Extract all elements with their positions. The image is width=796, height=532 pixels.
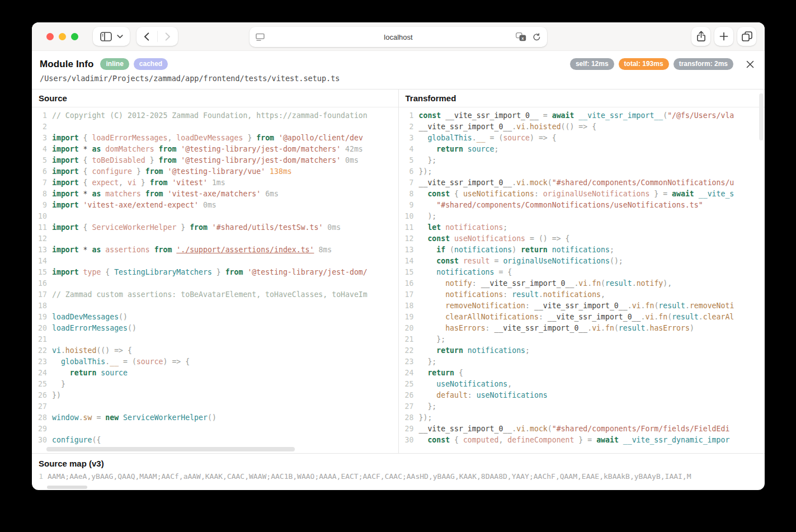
code-token: fn (592, 279, 601, 288)
code-line: 21 }; (399, 334, 765, 345)
code-line: 4import * as domMatchers from '@testing-… (32, 144, 398, 155)
code-token: ServiceWorkerHelper (119, 413, 208, 422)
code-line: 30 const { computed, defineComponent } =… (399, 435, 765, 446)
code-line: 2__vite_ssr_import_0__.vi.hoisted(() => … (399, 121, 765, 133)
transformed-vertical-scrollbar[interactable] (759, 93, 764, 140)
code-text: const __vite_ssr_import_0__ = await __vi… (419, 110, 734, 121)
code-text: clearAllNotifications: __vite_ssr_import… (419, 312, 734, 323)
back-button[interactable] (136, 27, 157, 46)
code-text: const result = originalUseNotifications(… (419, 256, 623, 267)
reload-button[interactable] (533, 33, 541, 41)
share-button[interactable] (691, 27, 710, 46)
address-bar[interactable]: localhost x (249, 27, 547, 47)
code-token: useNotifications (463, 190, 534, 198)
code-token: hoisted (65, 346, 97, 355)
code-line: 22 return notifications; (399, 345, 765, 356)
window-close-button[interactable] (46, 33, 54, 40)
window-zoom-button[interactable] (71, 33, 78, 40)
line-number: 22 (399, 345, 419, 356)
code-token: }; (419, 335, 446, 343)
code-token: . (525, 425, 530, 433)
line-number: 3 (32, 133, 52, 144)
sidebar-toggle-button[interactable] (93, 27, 130, 46)
line-number: 13 (399, 244, 419, 256)
code-token: __vite_ssr_import_0__ (419, 178, 512, 187)
code-token: }); (419, 413, 432, 422)
code-token: . (525, 123, 530, 131)
code-text: }); (419, 412, 432, 423)
code-line: 28}); (399, 412, 765, 423)
code-token: clearAllNotifications (419, 313, 539, 321)
code-line: 27 (32, 401, 398, 412)
module-file-path: /Users/vladimir/Projects/zammad/app/fron… (40, 74, 756, 83)
line-number: 30 (32, 435, 52, 446)
code-text: import type { TestingLibraryMatchers } f… (52, 267, 368, 278)
code-text: if (notifications) return notifications; (419, 244, 614, 256)
code-token: , (498, 436, 507, 444)
line-number: 10 (399, 211, 419, 222)
line-number: 23 (32, 356, 52, 368)
code-token: import (52, 268, 79, 276)
code-token: import (52, 145, 79, 153)
code-token: ( (614, 324, 619, 332)
code-token: useNotifications (477, 391, 548, 399)
code-token: (() => { (96, 346, 132, 355)
line-number: 20 (32, 323, 52, 334)
code-token: import (52, 156, 79, 164)
code-token: vi (632, 302, 641, 310)
code-text: }) (52, 390, 61, 401)
close-button[interactable] (745, 59, 756, 70)
code-token: from (145, 167, 163, 176)
code-token: 0ms (199, 201, 216, 209)
url-text: localhost (249, 33, 547, 41)
code-token: hasErrors (649, 324, 689, 332)
code-token: }; (419, 357, 437, 366)
code-token: __vite_ssr_import_0__ (419, 425, 512, 433)
code-text: globalThis.__ = (source) => { (419, 133, 557, 144)
code-text: }; (419, 356, 437, 368)
code-token: sw (83, 413, 92, 422)
code-token: { (79, 134, 92, 142)
module-link[interactable]: './support/assertions/index.ts' (176, 246, 314, 254)
code-line: 12 const useNotifications = () => { (399, 233, 765, 244)
code-line: 7__vite_ssr_import_0__.vi.mock("#shared/… (399, 177, 765, 189)
code-token: const (419, 111, 441, 120)
code-token: ; (503, 223, 507, 232)
code-token: '#shared/utils/testSw.ts' (208, 223, 323, 232)
translate-button[interactable]: x (516, 32, 526, 41)
code-line: 30configure({ (32, 435, 398, 446)
forward-button[interactable] (158, 27, 178, 46)
code-token: "#shared/components/CommonNotifications/… (552, 178, 734, 187)
code-token: . (632, 279, 637, 288)
code-token: window (52, 413, 79, 422)
code-text: }; (419, 155, 437, 166)
code-token: . (512, 123, 516, 131)
code-token: '@testing-library/vue' (163, 167, 266, 176)
sidebar-icon (100, 32, 112, 41)
code-token: ; (525, 346, 530, 355)
code-token: __vite_ssr_import_0__ (481, 279, 574, 288)
code-text: import 'vitest-axe/extend-expect' 0ms (52, 200, 216, 211)
line-number: 15 (399, 267, 419, 278)
sourcemap-horizontal-scrollbar[interactable] (47, 486, 87, 489)
code-token: 6ms (261, 190, 279, 198)
tab-overview-button[interactable] (737, 27, 756, 46)
code-line: 1const __vite_ssr_import_0__ = await __v… (399, 110, 765, 121)
window-minimize-button[interactable] (59, 33, 66, 40)
code-token: 'vitest' (167, 178, 207, 187)
code-token: '@apollo/client/dev (274, 134, 363, 142)
code-token: { (79, 156, 92, 164)
source-horizontal-scrollbar[interactable] (46, 447, 295, 451)
code-token: } (132, 167, 145, 176)
code-token: mock (530, 425, 548, 433)
code-token: = (543, 111, 552, 120)
back-icon (144, 32, 149, 41)
code-text: globalThis.__ = (source) => { (52, 356, 190, 368)
code-line: 20 hasErrors: __vite_ssr_import_0__.vi.f… (399, 323, 765, 334)
code-token: __vite_s (694, 190, 734, 198)
new-tab-button[interactable] (714, 27, 733, 46)
code-token: . (587, 279, 592, 288)
line-number: 25 (32, 379, 52, 390)
line-number: 17 (399, 289, 419, 300)
code-token: . (699, 313, 703, 321)
